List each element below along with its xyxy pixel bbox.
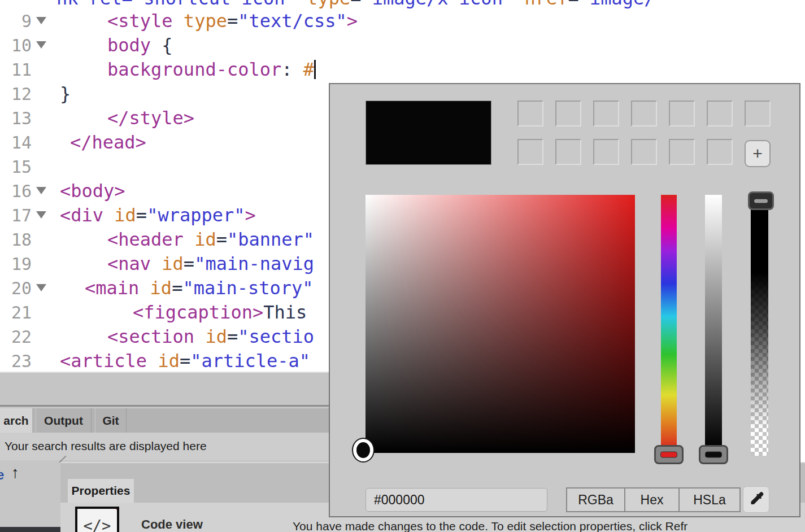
gradient-cursor[interactable] [353, 439, 373, 461]
format-button-hsla[interactable]: HSLa [680, 489, 739, 511]
up-arrow-icon[interactable]: ↑ [11, 464, 19, 482]
line-number: 14 [0, 130, 32, 155]
empty-color-swatch[interactable] [669, 139, 695, 165]
text-cursor [314, 60, 316, 79]
properties-message: You have made changes to the code. To ed… [293, 520, 687, 532]
tab-git[interactable]: Git [95, 408, 127, 433]
line-number: 17 [0, 203, 32, 228]
empty-color-swatch[interactable] [593, 101, 619, 127]
code-line-9[interactable]: 9<style type="text/css"> [0, 9, 805, 33]
hue-slider-handle[interactable] [654, 445, 684, 464]
code-view-label: Code view [141, 517, 203, 532]
eyedropper-button[interactable] [743, 486, 769, 513]
color-format-group: RGBaHexHSLa [566, 487, 741, 512]
code-view-icon[interactable]: </> [75, 507, 119, 532]
line-number: 12 [0, 82, 32, 106]
line-number: 18 [0, 228, 32, 252]
current-color-preview [365, 101, 491, 165]
search-results-area: Your search results are displayed here [0, 433, 329, 460]
line-number: 11 [0, 58, 32, 82]
fold-arrow-icon[interactable] [36, 284, 46, 291]
line-number: 20 [0, 276, 32, 300]
eyedropper-icon [748, 490, 765, 509]
hex-color-input[interactable] [365, 488, 547, 512]
line-number: 15 [0, 155, 32, 179]
tab-output[interactable]: Output [36, 408, 92, 433]
code-line-11[interactable]: 11background-color: # [0, 58, 805, 82]
search-results-hint: Your search results are displayed here [5, 439, 207, 453]
grayscale-slider[interactable] [705, 195, 722, 448]
line-number: 9 [0, 9, 32, 33]
add-swatch-button[interactable]: + [745, 140, 771, 167]
line-number: 23 [0, 349, 32, 373]
bottom-panel-tabbar: archOutputGit [0, 408, 329, 433]
line-number: 19 [0, 252, 32, 276]
alpha-slider[interactable] [751, 195, 768, 456]
empty-color-swatch[interactable] [631, 101, 657, 127]
tab-arch[interactable]: arch [0, 408, 32, 433]
empty-color-swatch[interactable] [555, 101, 581, 127]
fold-arrow-icon[interactable] [36, 187, 46, 194]
empty-color-swatch[interactable] [707, 139, 733, 165]
bottom-dark-edge [0, 527, 66, 532]
line-number: 21 [0, 300, 32, 325]
hue-slider[interactable] [661, 195, 677, 448]
empty-color-swatch[interactable] [707, 101, 733, 127]
clipped-text-fragment: e [0, 467, 4, 483]
color-picker-panel: + RGBaHexHSLa [329, 83, 800, 517]
empty-color-swatch[interactable] [517, 139, 543, 165]
empty-color-swatch[interactable] [593, 139, 619, 165]
grayscale-slider-handle[interactable] [699, 445, 728, 464]
format-button-rgba[interactable]: RGBa [567, 489, 625, 511]
empty-color-swatch[interactable] [517, 101, 543, 127]
line-number: 10 [0, 33, 32, 58]
line-number: 22 [0, 325, 32, 349]
tab-properties[interactable]: Properties [68, 479, 134, 503]
fold-arrow-icon[interactable] [36, 41, 46, 49]
fold-arrow-icon[interactable] [36, 17, 46, 24]
format-button-hex[interactable]: Hex [625, 489, 680, 511]
empty-color-swatch[interactable] [631, 139, 657, 165]
line-number: 16 [0, 179, 32, 203]
empty-color-swatch[interactable] [669, 101, 695, 127]
code-line-10[interactable]: 10body { [0, 33, 805, 58]
alpha-slider-handle[interactable] [748, 191, 774, 210]
saturation-value-gradient[interactable] [365, 195, 635, 453]
empty-color-swatch[interactable] [745, 101, 771, 127]
empty-color-swatch[interactable] [555, 139, 581, 165]
fold-arrow-icon[interactable] [36, 211, 46, 219]
bottom-panel-toolbar [0, 372, 329, 407]
line-number: 13 [0, 106, 32, 130]
